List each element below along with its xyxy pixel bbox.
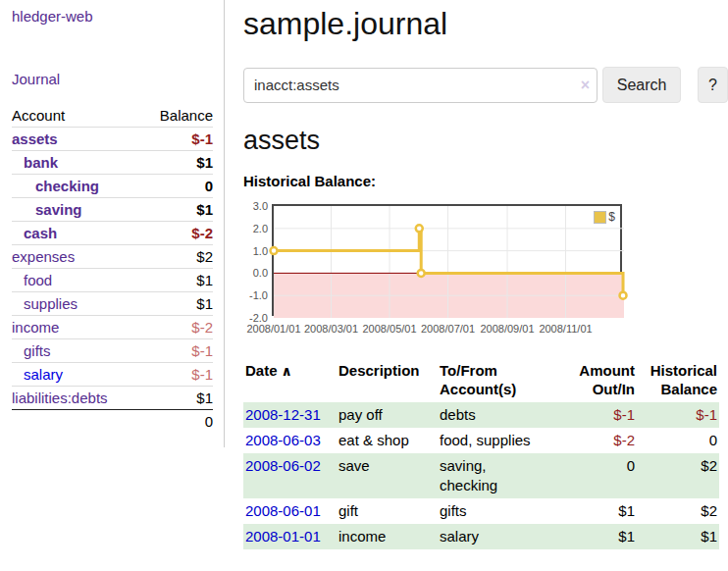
chart-legend: $	[592, 209, 617, 225]
account-row-saving: saving $1	[12, 198, 213, 222]
y-tick-label: 1.0	[243, 245, 268, 257]
clear-search-icon[interactable]: ×	[581, 76, 590, 95]
register-header-row: Date∧ Description To/From Account(s) Amo…	[243, 359, 719, 402]
account-page-title: assets	[243, 126, 728, 156]
account-link-salary[interactable]: salary	[24, 366, 63, 383]
register-row[interactable]: 2008-06-03 eat & shop food, supplies $-2…	[243, 428, 719, 453]
search-input[interactable]	[243, 68, 598, 103]
account-link-liabilities-debts[interactable]: liabilities:debts	[12, 389, 108, 406]
transaction-date-link[interactable]: 2008-06-02	[245, 457, 321, 474]
account-link-bank[interactable]: bank	[24, 154, 58, 171]
account-row-income: income $-2	[12, 316, 213, 339]
account-balance: $-2	[141, 222, 213, 245]
column-header-description: Description	[338, 359, 440, 402]
transaction-accounts: gifts	[440, 498, 549, 524]
transaction-balance: 0	[637, 428, 719, 453]
account-row-liabilities-debts: liabilities:debts $1	[12, 387, 213, 410]
account-row-salary: salary $-1	[12, 363, 213, 387]
accounts-table: Account Balance assets $-1 bank $1 check…	[12, 104, 213, 433]
column-header-amount: Amount Out/In	[549, 359, 637, 402]
register-row[interactable]: 2008-01-01 income salary $1 $1	[243, 524, 719, 549]
account-balance: $-1	[141, 128, 213, 151]
transaction-date-link[interactable]: 2008-06-01	[245, 502, 321, 519]
column-header-accounts: To/From Account(s)	[440, 359, 549, 402]
transaction-balance: $2	[637, 453, 719, 498]
register-row[interactable]: 2008-12-31 pay off debts $-1 $-1	[243, 402, 719, 428]
app-title-link[interactable]: hledger-web	[12, 8, 213, 25]
account-balance: $-1	[141, 339, 213, 363]
account-row-expenses: expenses $2	[12, 245, 213, 269]
account-link-income[interactable]: income	[12, 319, 59, 336]
transaction-amount: 0	[549, 453, 637, 498]
account-link-gifts[interactable]: gifts	[24, 342, 51, 359]
page-title: sample.journal	[243, 6, 728, 42]
register-row[interactable]: 2008-06-02 save saving, checking 0 $2	[243, 453, 719, 498]
account-row-checking: checking 0	[12, 175, 213, 198]
register-table: Date∧ Description To/From Account(s) Amo…	[243, 359, 719, 549]
transaction-description: pay off	[338, 402, 440, 428]
main-content: sample.journal × Search ? assets Histori…	[243, 0, 728, 549]
account-balance: $-2	[141, 316, 213, 339]
account-balance: $1	[141, 198, 213, 222]
x-tick-label: 2008/11/01	[532, 323, 600, 335]
transaction-balance: $1	[637, 524, 719, 549]
account-row-cash: cash $-2	[12, 222, 213, 245]
transaction-date-link[interactable]: 2008-01-01	[245, 528, 321, 545]
account-row-bank: bank $1	[12, 151, 213, 175]
column-header-balance: Historical Balance	[637, 359, 719, 402]
search-box: ×	[243, 68, 598, 103]
column-header-date[interactable]: Date∧	[243, 359, 338, 402]
account-balance: $1	[141, 387, 213, 410]
transaction-accounts: debts	[440, 402, 549, 428]
y-tick-label: 2.0	[243, 223, 268, 234]
account-link-expenses[interactable]: expenses	[12, 248, 75, 265]
account-link-assets[interactable]: assets	[12, 130, 58, 147]
account-balance: $2	[141, 245, 213, 269]
y-tick-label: -1.0	[243, 289, 268, 301]
y-tick-label: 3.0	[243, 200, 268, 212]
account-balance: $1	[141, 292, 213, 316]
account-balance: 0	[141, 175, 213, 198]
nav-journal-link[interactable]: Journal	[12, 71, 213, 87]
account-link-food[interactable]: food	[24, 272, 52, 288]
transaction-description: gift	[338, 498, 440, 524]
accounts-header-balance: Balance	[141, 104, 213, 128]
transaction-amount: $-1	[549, 402, 637, 428]
register-row[interactable]: 2008-06-01 gift gifts $1 $2	[243, 498, 719, 524]
account-row-supplies: supplies $1	[12, 292, 213, 316]
transaction-date-link[interactable]: 2008-12-31	[245, 406, 321, 423]
account-balance: $1	[141, 269, 213, 292]
transaction-description: income	[338, 524, 440, 549]
sort-asc-icon: ∧	[282, 363, 292, 379]
transaction-amount: $-2	[549, 428, 637, 453]
account-balance: $1	[141, 151, 213, 175]
transaction-date-link[interactable]: 2008-06-03	[245, 432, 321, 448]
chart-plot-area: $	[272, 204, 622, 316]
transaction-amount: $1	[549, 524, 637, 549]
account-link-saving[interactable]: saving	[35, 201, 82, 218]
y-tick-label: 0.0	[243, 267, 268, 279]
help-button[interactable]: ?	[698, 67, 728, 103]
search-button[interactable]: Search	[602, 67, 681, 103]
account-link-cash[interactable]: cash	[24, 225, 57, 241]
transaction-accounts: saving, checking	[440, 453, 549, 498]
account-link-supplies[interactable]: supplies	[24, 295, 78, 312]
transaction-accounts: food, supplies	[440, 428, 549, 453]
transaction-balance: $-1	[637, 402, 719, 428]
legend-swatch-icon	[594, 211, 606, 224]
account-balance: $-1	[141, 363, 213, 387]
transaction-description: eat & shop	[338, 428, 440, 453]
transaction-amount: $1	[549, 498, 637, 524]
accounts-total-balance: 0	[141, 410, 213, 434]
accounts-total-row: 0	[12, 410, 213, 434]
account-link-checking[interactable]: checking	[35, 178, 99, 194]
account-row-assets: assets $-1	[12, 128, 213, 151]
legend-label: $	[608, 210, 615, 224]
transaction-description: save	[338, 453, 440, 498]
accounts-header-account: Account	[12, 104, 141, 128]
sidebar: hledger-web Journal Account Balance asse…	[0, 0, 225, 447]
transaction-balance: $2	[637, 498, 719, 524]
account-row-gifts: gifts $-1	[12, 339, 213, 363]
account-row-food: food $1	[12, 269, 213, 292]
transaction-accounts: salary	[440, 524, 549, 549]
